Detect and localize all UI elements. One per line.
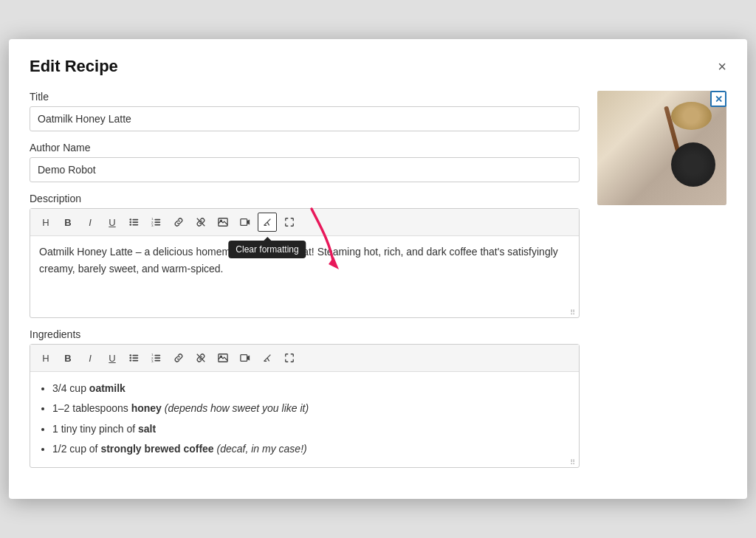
svg-rect-18 <box>132 355 138 356</box>
modal-close-button[interactable]: × <box>718 59 726 74</box>
svg-rect-12 <box>154 224 160 226</box>
ingredients-list: 3/4 cup oatmilk 1–2 tablespoons honey (d… <box>39 379 570 458</box>
svg-rect-4 <box>132 221 138 223</box>
svg-point-5 <box>129 224 131 226</box>
author-field-group: Author Name <box>30 142 580 182</box>
svg-rect-2 <box>132 219 138 221</box>
description-editor: H B I U 1.2.3. <box>30 208 580 318</box>
image-area: ✕ <box>597 91 726 478</box>
ingredients-field-group: Ingredients H B I U 1.2.3. <box>30 328 580 468</box>
toolbar-unordered-list-btn[interactable] <box>125 213 144 232</box>
svg-rect-22 <box>132 360 138 362</box>
toolbar-fullscreen-btn[interactable] <box>280 213 299 232</box>
author-input[interactable] <box>30 157 580 182</box>
toolbar-video-btn[interactable] <box>236 213 255 232</box>
svg-text:3.: 3. <box>151 359 154 363</box>
ing-toolbar-italic-btn[interactable]: I <box>80 348 100 368</box>
ingredients-label: Ingredients <box>30 328 580 340</box>
svg-rect-8 <box>154 219 160 221</box>
svg-text:3.: 3. <box>151 224 154 227</box>
title-label: Title <box>30 91 580 103</box>
svg-rect-6 <box>132 224 138 226</box>
form-area: Title Author Name Description H B I U <box>30 91 580 478</box>
title-input[interactable] <box>30 106 580 131</box>
svg-point-21 <box>129 359 131 362</box>
ing-toolbar-underline-btn[interactable]: U <box>103 348 122 368</box>
author-label: Author Name <box>30 142 580 154</box>
svg-point-19 <box>129 357 131 359</box>
svg-point-15 <box>220 220 221 221</box>
image-coffee-cup <box>671 142 715 187</box>
svg-rect-28 <box>154 360 160 362</box>
ingredients-editor: H B I U 1.2.3. <box>30 344 580 468</box>
svg-rect-10 <box>154 221 160 223</box>
toolbar-unlink-btn[interactable] <box>191 213 210 232</box>
ing-toolbar-clear-formatting-btn[interactable] <box>258 348 277 368</box>
list-item: 1/2 cup of strongly brewed coffee (decaf… <box>52 440 570 458</box>
recipe-image: ✕ <box>597 91 726 205</box>
edit-recipe-modal: Edit Recipe × Title Author Name Descript… <box>9 39 747 499</box>
toolbar-italic-btn[interactable]: I <box>80 213 100 232</box>
svg-rect-16 <box>241 219 247 226</box>
toolbar-ordered-list-btn[interactable]: 1.2.3. <box>147 213 166 232</box>
description-field-group: Description H B I U 1.2.3. <box>30 193 580 318</box>
toolbar-heading-btn[interactable]: H <box>36 213 55 232</box>
ing-toolbar-video-btn[interactable] <box>236 348 255 368</box>
svg-rect-26 <box>154 357 160 359</box>
ing-toolbar-image-btn[interactable] <box>213 348 233 368</box>
svg-rect-20 <box>132 357 138 359</box>
toolbar-link-btn[interactable] <box>169 213 188 232</box>
clear-formatting-tooltip-container: Clear formatting <box>258 213 277 232</box>
ing-toolbar-unlink-btn[interactable] <box>191 348 210 368</box>
modal-header: Edit Recipe × <box>30 57 726 76</box>
list-item: 1–2 tablespoons honey (depends how sweet… <box>52 399 570 418</box>
svg-rect-32 <box>241 355 247 362</box>
description-content[interactable]: Oatmilk Honey Latte – a delicious homema… <box>30 236 579 317</box>
svg-rect-24 <box>154 355 160 356</box>
svg-point-1 <box>129 218 131 221</box>
modal-body: Title Author Name Description H B I U <box>30 91 726 478</box>
list-item: 1 tiny tiny pinch of salt <box>52 420 570 438</box>
title-field-group: Title <box>30 91 580 131</box>
image-remove-button[interactable]: ✕ <box>710 91 726 107</box>
ing-toolbar-unordered-list-btn[interactable] <box>125 348 144 368</box>
recipe-image-bg <box>597 91 726 205</box>
modal-title: Edit Recipe <box>30 57 118 76</box>
ing-toolbar-bold-btn[interactable]: B <box>58 348 78 368</box>
ing-toolbar-heading-btn[interactable]: H <box>36 348 55 368</box>
ingredients-resize-handle[interactable]: ⠿ <box>570 458 577 466</box>
toolbar-image-btn[interactable] <box>213 213 233 232</box>
toolbar-clear-formatting-btn[interactable] <box>258 213 277 232</box>
svg-point-17 <box>129 354 131 356</box>
toolbar-underline-btn[interactable]: U <box>103 213 122 232</box>
toolbar-bold-btn[interactable]: B <box>58 213 78 232</box>
image-honey-bowl <box>671 102 712 130</box>
list-item: 3/4 cup oatmilk <box>52 379 570 398</box>
ing-toolbar-fullscreen-btn[interactable] <box>280 348 299 368</box>
ingredients-content[interactable]: 3/4 cup oatmilk 1–2 tablespoons honey (d… <box>30 372 579 467</box>
svg-point-31 <box>220 356 221 357</box>
svg-point-3 <box>129 221 131 224</box>
ing-toolbar-link-btn[interactable] <box>169 348 188 368</box>
ing-toolbar-ordered-list-btn[interactable]: 1.2.3. <box>147 348 166 368</box>
description-label: Description <box>30 193 580 204</box>
resize-handle[interactable]: ⠿ <box>570 308 577 316</box>
ingredients-toolbar: H B I U 1.2.3. <box>30 345 579 372</box>
description-toolbar: H B I U 1.2.3. <box>30 209 579 236</box>
